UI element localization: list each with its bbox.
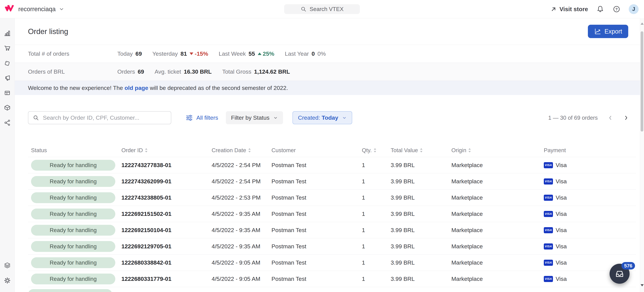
- global-search[interactable]: Search VTEX: [284, 4, 360, 14]
- payment-cell: VISAVisa: [540, 211, 636, 217]
- status-badge: Ready for handling: [31, 192, 115, 203]
- triangle-down-icon: [190, 52, 193, 55]
- visit-store-link[interactable]: Visit store: [550, 6, 588, 12]
- status-filter-dropdown[interactable]: Filter by Status: [226, 111, 283, 124]
- payment-cell: VISAVisa: [540, 162, 636, 168]
- old-page-link[interactable]: old page: [125, 85, 148, 91]
- status-badge: [28, 289, 112, 292]
- scrollbar-thumb[interactable]: [640, 31, 643, 132]
- sidebar-item-storefront[interactable]: [0, 86, 15, 100]
- column-header-creation-date[interactable]: Creation Date: [208, 147, 268, 153]
- column-header-total-value[interactable]: Total Value: [387, 147, 448, 153]
- scrollbar-track[interactable]: [640, 18, 644, 292]
- table-row[interactable]: Ready for handling 1222743277838-01 4/5/…: [28, 157, 636, 173]
- metric-last-week: Last Week 55 25%: [219, 50, 274, 57]
- orders-table: Status Order ID Creation Date Customer Q…: [15, 144, 640, 292]
- page-title: Order listing: [28, 27, 68, 36]
- column-header-qty[interactable]: Qty.: [358, 147, 387, 153]
- export-label: Export: [604, 28, 622, 35]
- status-badge: Ready for handling: [31, 225, 115, 236]
- table-row[interactable]: Ready for handling 1222692151502-01 4/5/…: [28, 206, 636, 222]
- stats-row-brl: Orders of BRL Orders 69 Avg. ticket 16.3…: [15, 63, 640, 81]
- sort-icon: [248, 148, 251, 152]
- origin-cell: Marketplace: [448, 227, 540, 233]
- avatar[interactable]: J: [629, 4, 638, 14]
- order-search-input[interactable]: [42, 114, 166, 121]
- customer-cell: Postman Test: [268, 178, 358, 185]
- payment-label: Visa: [556, 194, 567, 201]
- visa-badge-icon: VISA: [544, 211, 553, 217]
- metric-avg-ticket: Avg. ticket 16.30 BRL: [155, 68, 212, 75]
- next-page-button[interactable]: [623, 115, 629, 121]
- order-id-cell: 1222692129705-01: [118, 243, 208, 250]
- account-name: recorrenciaqa: [18, 5, 56, 13]
- main-content: Order listing Export Total # of orders T…: [15, 18, 640, 292]
- status-badge: Ready for handling: [31, 209, 115, 219]
- table-row[interactable]: Ready for handling 1222743262099-01 4/5/…: [28, 173, 636, 190]
- visa-badge-icon: VISA: [544, 178, 553, 184]
- creation-date-cell: 4/5/2022 - 2:54 PM: [208, 162, 268, 168]
- stats-label: Total # of orders: [28, 50, 117, 57]
- export-button[interactable]: Export: [588, 25, 628, 38]
- sidebar-item-apps[interactable]: [0, 258, 15, 273]
- sidebar-item-orders[interactable]: [0, 41, 15, 56]
- table-row[interactable]: Ready for handling 1222680338842-01 4/5/…: [28, 255, 636, 271]
- total-value-cell: 3.99 BRL: [387, 194, 448, 201]
- customer-cell: Postman Test: [268, 276, 358, 282]
- status-filter-label: Filter by Status: [231, 115, 270, 121]
- total-value-cell: 3.99 BRL: [387, 276, 448, 282]
- bar-chart-icon: [4, 30, 11, 37]
- column-header-origin[interactable]: Origin: [448, 147, 540, 153]
- prev-page-button[interactable]: [608, 115, 613, 121]
- creation-date-cell: 4/5/2022 - 9:35 AM: [208, 227, 268, 233]
- table-body: Ready for handling 1222743277838-01 4/5/…: [15, 157, 636, 287]
- inbox-count-badge: 576: [622, 262, 635, 270]
- created-filter-dropdown[interactable]: Created: Today: [292, 111, 352, 124]
- sidebar-item-integrations[interactable]: [0, 115, 15, 130]
- order-id-cell: 1222680338842-01: [118, 259, 208, 266]
- table-row[interactable]: Ready for handling 1222692150104-01 4/5/…: [28, 222, 636, 238]
- page-header: Order listing Export: [15, 18, 640, 45]
- search-icon: [33, 115, 39, 121]
- sort-icon: [468, 148, 471, 152]
- payment-cell: VISAVisa: [540, 194, 636, 201]
- notifications-bell-icon[interactable]: [596, 5, 604, 13]
- help-icon[interactable]: ?: [612, 5, 620, 13]
- stats-row-orders: Total # of orders Today 69 Yesterday 81 …: [15, 45, 640, 63]
- origin-cell: Marketplace: [448, 178, 540, 185]
- total-value-cell: 3.99 BRL: [387, 162, 448, 168]
- table-row[interactable]: Ready for handling 1222743238805-01 4/5/…: [28, 190, 636, 206]
- banner-text-before: Welcome to the new experience! The: [28, 85, 125, 91]
- visa-badge-icon: VISA: [544, 243, 553, 250]
- banner-text-after: will be deprecated as of the second seme…: [148, 85, 288, 91]
- vtex-logo-icon[interactable]: [5, 5, 14, 13]
- table-row-partial[interactable]: [28, 287, 636, 292]
- sidebar-item-settings[interactable]: [0, 273, 15, 288]
- column-header-order-id[interactable]: Order ID: [118, 147, 208, 153]
- scroll-up-arrow-icon[interactable]: [640, 22, 644, 25]
- sidebar-item-analytics[interactable]: [0, 26, 15, 41]
- sidebar: [0, 18, 15, 292]
- all-filters-button[interactable]: All filters: [186, 114, 218, 122]
- column-header-payment: Payment: [540, 147, 636, 153]
- qty-cell: 1: [358, 162, 387, 168]
- origin-cell: Marketplace: [448, 211, 540, 217]
- origin-cell: Marketplace: [448, 194, 540, 201]
- metric-yesterday: Yesterday 81 -15%: [152, 50, 208, 57]
- account-switcher[interactable]: recorrenciaqa: [18, 5, 64, 13]
- creation-date-cell: 4/5/2022 - 2:54 PM: [208, 178, 268, 185]
- table-row[interactable]: Ready for handling 1222692129705-01 4/5/…: [28, 238, 636, 255]
- sidebar-item-marketing[interactable]: [0, 71, 15, 86]
- creation-date-cell: 4/5/2022 - 9:05 AM: [208, 259, 268, 266]
- total-value-cell: 3.99 BRL: [387, 211, 448, 217]
- customer-cell: Postman Test: [268, 243, 358, 250]
- payment-label: Visa: [556, 243, 567, 250]
- status-badge: Ready for handling: [31, 257, 115, 268]
- avatar-initial: J: [632, 6, 635, 12]
- table-row[interactable]: Ready for handling 1222680331779-01 4/5/…: [28, 271, 636, 287]
- sort-icon: [420, 148, 422, 152]
- sidebar-item-catalog[interactable]: [0, 100, 15, 115]
- qty-cell: 1: [358, 194, 387, 201]
- scroll-down-arrow-icon[interactable]: [640, 284, 644, 287]
- sidebar-item-promotions[interactable]: [0, 56, 15, 71]
